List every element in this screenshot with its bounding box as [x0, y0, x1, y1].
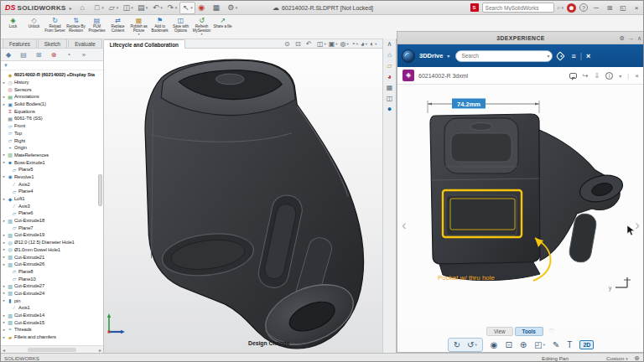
task-3dexperience-icon[interactable]: ●	[387, 106, 392, 113]
tree-item[interactable]: ▸ ◆ Loft1	[2, 195, 103, 203]
item-expand-icon[interactable]: ▾	[619, 73, 621, 79]
panel-collapse-icon[interactable]: ∧	[637, 35, 641, 42]
add-to-bookmark-button[interactable]: ⚑ Add to Bookmark ▾	[149, 16, 170, 39]
redo-icon[interactable]: ↷ ▾	[165, 2, 179, 14]
tree-item[interactable]: ▸ ∕ Axis3	[2, 202, 103, 209]
share-icon[interactable]: ↪	[583, 72, 589, 80]
lock-button[interactable]: ◈ Lock ▾	[3, 16, 23, 39]
part-3d-view[interactable]	[104, 55, 381, 353]
tree-item[interactable]: ▸ ◆ 60214002-R (60214002) «Display Sta	[2, 71, 103, 79]
help-icon[interactable]: ?	[579, 3, 588, 12]
scroll-left-icon[interactable]: ◂	[3, 347, 5, 353]
task-appearances-icon[interactable]: ◕	[387, 73, 392, 80]
tab-view[interactable]: View	[486, 327, 513, 336]
scroll-right-icon[interactable]: ▸	[99, 347, 101, 353]
dimxpertmanager-tab-icon[interactable]: ⊕	[49, 51, 59, 59]
tab-sketch[interactable]: Sketch	[38, 39, 67, 48]
turntable-tool-icon[interactable]: ↺▾	[467, 340, 477, 349]
plm-properties-button[interactable]: ▤ PLM Properties ▾	[86, 16, 107, 39]
tree-item[interactable]: ▸ ▥ Cut-Extrude19	[2, 231, 103, 239]
reload-from-server-button[interactable]: ↻ Reload From Server ▾	[44, 16, 65, 39]
search-input[interactable]	[482, 3, 554, 13]
view-settings-icon[interactable]: ◐ ▾	[370, 40, 377, 48]
text-tool-icon[interactable]: T	[567, 340, 572, 349]
tree-item[interactable]: ▸ ◉ Revolve1	[2, 173, 103, 181]
tree-item[interactable]: ▸ ∕ Axis1	[2, 304, 103, 312]
search-icon[interactable]: ⌕▾	[558, 4, 564, 11]
print-icon[interactable]: ▤ ▾	[136, 2, 150, 14]
connection-globe-icon[interactable]: ⊕	[634, 354, 640, 362]
more-tabs-icon[interactable]: »	[79, 51, 89, 59]
new-document-icon[interactable]: □ ▾	[91, 2, 106, 14]
visibility-tool-icon[interactable]: ◉	[491, 340, 498, 349]
replace-by-revision-button[interactable]: ⇅ Replace By Revision ▾	[65, 16, 86, 39]
zoom-to-area-icon[interactable]: ⊡ ▾	[295, 40, 304, 48]
part-preview-view[interactable]: 74.2mm	[408, 88, 636, 292]
download-icon[interactable]: ⇩	[595, 72, 600, 80]
undo-icon[interactable]: ↶ ▾	[150, 2, 164, 14]
tree-item[interactable]: ▸ ▱ Right	[2, 137, 103, 144]
tree-item[interactable]: ▸ ∕ Axis2	[2, 180, 103, 188]
search-dropdown-icon[interactable]: ▾	[561, 5, 564, 10]
tree-item[interactable]: ▸ ▦ 6061-T6 (SS)	[2, 115, 103, 122]
section-view-icon[interactable]: ◫ ▾	[317, 40, 326, 48]
tree-item[interactable]: ▸ ▱ Plane6	[2, 209, 103, 217]
units-dropdown-icon[interactable]: ▾	[626, 356, 628, 361]
select-icon[interactable]: ↖ ▾	[179, 2, 195, 14]
tab-tools[interactable]: Tools	[515, 327, 543, 336]
scroll-thumb[interactable]	[28, 348, 76, 352]
zoom-to-fit-icon[interactable]: ⊙ ▾	[284, 40, 293, 48]
featuremanager-tab-icon[interactable]: ◆	[3, 51, 13, 59]
sw-resources-icon[interactable]: S	[470, 3, 479, 12]
tree-item[interactable]: ▸ ▥ Cut-Extrude21	[2, 253, 103, 261]
3d-preview-area[interactable]: ‹ › 74.2mm	[397, 85, 644, 326]
tree-horizontal-scrollbar[interactable]: ◂ ▸	[1, 345, 103, 353]
tree-item[interactable]: ▸ ▥ Cut-Extrude14	[2, 312, 103, 319]
tab-evaluate[interactable]: Evaluate	[68, 39, 102, 48]
task-home-icon[interactable]: ⌂	[387, 51, 392, 59]
tree-item[interactable]: ▸ ▮ pin	[2, 297, 103, 304]
layout-button[interactable]: ⊞	[605, 4, 615, 12]
tool-dropdown-icon[interactable]: ▾	[543, 343, 545, 347]
tree-item[interactable]: ▸ ▱ Top	[2, 130, 103, 137]
next-item-icon[interactable]: ›	[635, 217, 640, 234]
3ds-compass-icon[interactable]	[402, 49, 415, 63]
replace-content-button[interactable]: ⇄ Replace Content ▾	[107, 16, 128, 39]
tree-item[interactable]: ▸ ▱ Plane8	[2, 268, 103, 276]
edit-appearance-icon[interactable]: ◕ ▾	[361, 40, 367, 48]
display-style-icon[interactable]: ◍ ▾	[340, 40, 349, 48]
tree-item[interactable]: ▸ Σ Equations	[2, 107, 103, 115]
hide-show-items-icon[interactable]: ◔ ▾	[351, 40, 358, 48]
tree-item[interactable]: ▸ + Origin	[2, 144, 103, 152]
tree-item[interactable]: ▸ ▱ Plane4	[2, 188, 103, 195]
appbar-close-icon[interactable]: ×	[586, 52, 590, 60]
displaymanager-tab-icon[interactable]: ◔	[64, 51, 74, 59]
zoom-area-tool-icon[interactable]: ⊕	[520, 340, 527, 349]
panel-pin-icon[interactable]: →	[628, 35, 634, 41]
fit-tool-icon[interactable]: ⊡	[505, 340, 512, 349]
app-dropdown-icon[interactable]: ▾	[447, 53, 449, 59]
tree-item[interactable]: ▸ ◎ Sensors	[2, 85, 103, 93]
tree-item[interactable]: ▸ ≈ Threads	[2, 326, 103, 334]
save-icon[interactable]: ◫ ▾	[121, 2, 135, 14]
tree-item[interactable]: ▸ ▱ Plane10	[2, 275, 103, 282]
configurationmanager-tab-icon[interactable]: ⊞	[34, 51, 44, 59]
tree-filter[interactable]: ▼	[1, 61, 103, 70]
file-properties-icon[interactable]: ▦ ▾	[210, 2, 225, 14]
task-view-palette-icon[interactable]: ◫	[387, 95, 393, 102]
tree-item[interactable]: ▸ ▥ Cut-Extrude24	[2, 290, 103, 297]
comment-icon[interactable]	[569, 73, 577, 79]
filter-funnel-icon[interactable]: ▼	[3, 63, 8, 68]
tree-item[interactable]: ▸ ▤ Annotations	[2, 93, 103, 101]
panel-search-dropdown-icon[interactable]: ▾	[547, 53, 549, 59]
tab-features[interactable]: Features	[3, 39, 37, 48]
propertymanager-tab-icon[interactable]: ▤	[18, 51, 29, 59]
panel-search-input[interactable]	[455, 50, 553, 62]
favorite-icon[interactable]: ♡	[549, 328, 555, 335]
info-icon[interactable]: i	[605, 72, 613, 80]
tag-icon[interactable]	[556, 51, 565, 60]
tree-item[interactable]: ▸ ▥ Cut-Extrude18	[2, 217, 103, 225]
publish-as-picture-button[interactable]: ▦ Publish as Picture ▾	[128, 16, 149, 39]
orbit-tool-icon[interactable]: ↻	[454, 340, 460, 349]
panel-menu-icon[interactable]: ≡	[571, 52, 575, 60]
